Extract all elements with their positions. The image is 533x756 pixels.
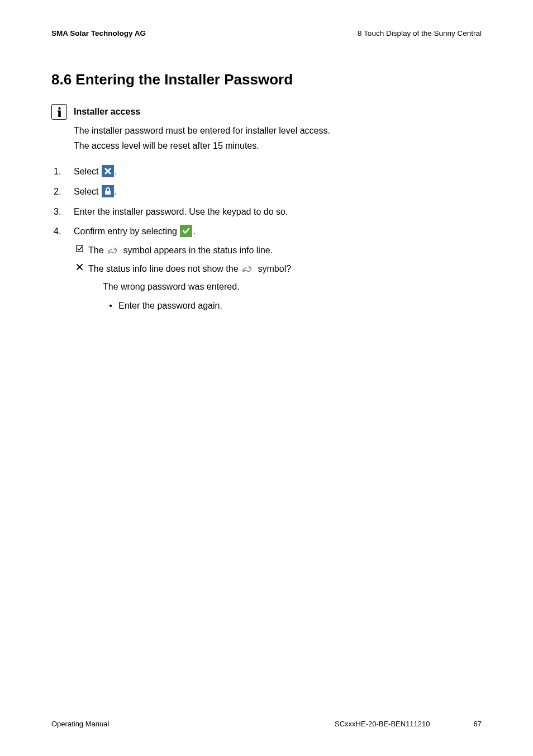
- checkmark-icon: [180, 225, 192, 237]
- step-text: Enter the installer password. Use the ke…: [74, 207, 288, 216]
- result-text: The: [88, 245, 106, 255]
- step-text: .: [115, 187, 117, 196]
- x-mark-icon: [74, 262, 85, 271]
- step-text: .: [193, 226, 195, 236]
- step-text: Confirm entry by selecting: [74, 226, 179, 236]
- step-text: Select: [74, 187, 101, 196]
- procedure-steps: Select . Select . Enter the installer pa…: [51, 164, 482, 313]
- svg-point-0: [58, 107, 60, 109]
- info-icon: [51, 104, 67, 120]
- info-body: The installer password must be entered f…: [74, 123, 482, 153]
- page-header: SMA Solar Technology AG 8 Touch Display …: [51, 29, 482, 37]
- result-fail: The status info line does not show the s…: [74, 262, 482, 313]
- step-text: Select: [74, 167, 101, 176]
- result-text: symbol appears in the status info line.: [121, 245, 273, 255]
- step-4: Confirm entry by selecting . The: [51, 224, 482, 313]
- result-success: The symbol appears in the status info li…: [74, 243, 482, 258]
- svg-rect-2: [57, 110, 59, 111]
- footer-page-number: 67: [474, 720, 482, 728]
- tools-icon: [102, 165, 114, 177]
- step-text: .: [115, 167, 117, 176]
- footer-manual-type: Operating Manual: [51, 720, 109, 728]
- footer-doc-id: SCxxxHE-20-BE-BEN111210: [335, 720, 430, 728]
- info-line: The installer password must be entered f…: [74, 123, 482, 138]
- result-fail-explain: The wrong password was entered.: [103, 280, 291, 294]
- step-1: Select .: [51, 164, 482, 179]
- info-line: The access level will be reset after 15 …: [74, 138, 482, 153]
- key-icon: [242, 264, 254, 274]
- step-2: Select .: [51, 185, 482, 199]
- result-fail-action-row: • Enter the password again.: [103, 299, 291, 313]
- result-fail-action: Enter the password again.: [118, 299, 222, 313]
- lock-icon: [102, 185, 114, 197]
- info-title: Installer access: [74, 104, 140, 120]
- page-footer: Operating Manual SCxxxHE-20-BE-BEN111210…: [51, 720, 482, 728]
- result-text: symbol?: [255, 264, 291, 273]
- svg-point-5: [115, 249, 116, 250]
- svg-rect-3: [105, 191, 111, 195]
- section-heading: 8.6 Entering the Installer Password: [51, 71, 482, 88]
- bullet-icon: •: [103, 299, 118, 313]
- step-3: Enter the installer password. Use the ke…: [51, 205, 482, 219]
- header-company: SMA Solar Technology AG: [51, 29, 146, 37]
- checkbox-checked-icon: [74, 243, 85, 252]
- key-icon: [107, 245, 120, 256]
- info-callout: Installer access: [51, 104, 482, 120]
- header-chapter: 8 Touch Display of the Sunny Central: [358, 29, 482, 37]
- svg-point-6: [249, 267, 250, 268]
- result-text: The status info line does not show the: [88, 264, 241, 273]
